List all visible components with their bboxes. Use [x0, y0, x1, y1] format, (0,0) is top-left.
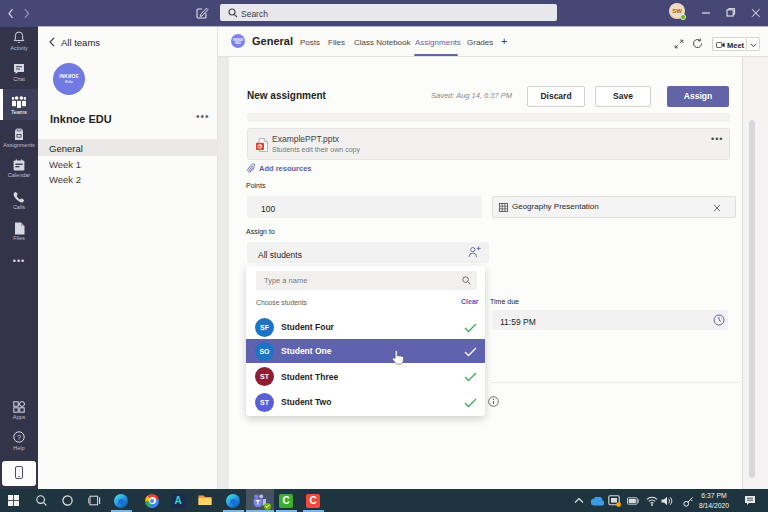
svg-text:?: ? — [17, 433, 21, 442]
